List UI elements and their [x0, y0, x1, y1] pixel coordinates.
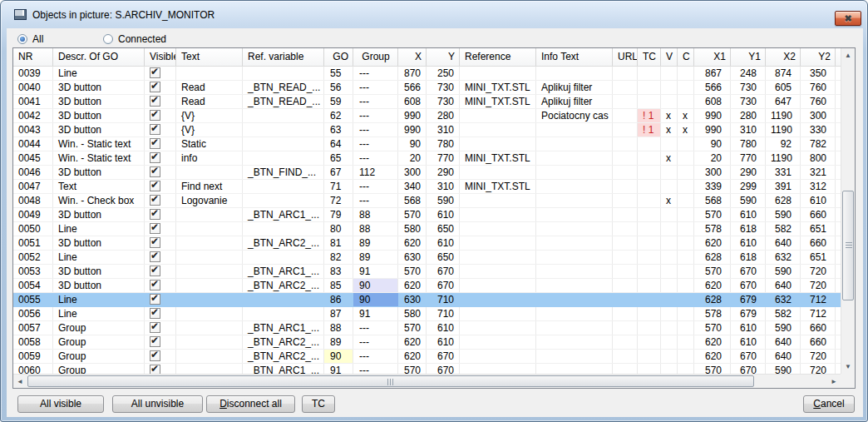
column-header-visible[interactable]: Visible	[145, 48, 176, 67]
cancel-button[interactable]: Cancel	[803, 395, 855, 413]
table-row[interactable]: 0060Group_BTN_ARC1_...91---5706705706705…	[13, 364, 841, 374]
cell-x: 620	[398, 236, 427, 250]
table-row[interactable]: 00403D buttonRead_BTN_READ_...56---56673…	[13, 81, 841, 95]
cell-ref: _BTN_ARC1_...	[243, 321, 324, 335]
visible-checkbox[interactable]	[150, 166, 160, 177]
cell-descr: Win. - Static text	[53, 137, 145, 151]
cell-y: 670	[427, 364, 460, 374]
column-header-tc[interactable]: TC	[638, 48, 661, 67]
table-row[interactable]: 00433D button{V}63---990310! 1xx99031011…	[13, 123, 841, 137]
visible-checkbox[interactable]	[150, 96, 160, 107]
column-header-reference[interactable]: Reference	[460, 48, 536, 67]
table-row[interactable]: 00513D button_BTN_ARC2_...81896206106206…	[13, 236, 841, 251]
table-row[interactable]: 00493D button_BTN_ARC1_...79885706105706…	[13, 208, 841, 222]
visible-checkbox[interactable]	[150, 266, 160, 276]
scroll-left-button[interactable]: ◄	[13, 375, 27, 388]
scroll-right-button[interactable]: ►	[827, 375, 841, 388]
visible-checkbox[interactable]	[150, 280, 160, 290]
cell-url	[613, 67, 638, 80]
table-row[interactable]: 0039Line55---870250867248874350	[13, 67, 841, 81]
cell-v	[661, 137, 678, 151]
table-row[interactable]: 00413D buttonRead_BTN_READ_...59---60873…	[13, 95, 841, 109]
column-header-text[interactable]: Text	[176, 48, 243, 67]
cell-c	[678, 335, 694, 349]
column-header-ref[interactable]: Ref. variable	[243, 48, 324, 67]
cell-text	[176, 307, 243, 320]
column-header-x2[interactable]: X2	[766, 48, 801, 67]
table-row[interactable]: 00543D button_BTN_ARC2_...85906206706206…	[13, 279, 841, 293]
table-row[interactable]: 0044Win. - Static textStatic64---9078090…	[13, 137, 841, 151]
table-row[interactable]: 00423D button{V}62---990280Pociatocny ca…	[13, 109, 841, 123]
vertical-scroll-thumb[interactable]	[842, 191, 854, 300]
radio-button-icon[interactable]	[103, 34, 113, 44]
table-row[interactable]: 0057Group_BTN_ARC1_...88---5706105706105…	[13, 321, 841, 335]
column-header-x[interactable]: X	[398, 48, 427, 67]
column-header-y[interactable]: Y	[427, 48, 460, 67]
table-row[interactable]: 0048Win. - Check boxLogovanie72---568590…	[13, 194, 841, 208]
visible-checkbox[interactable]	[150, 110, 160, 121]
all-visible-button[interactable]: All visible	[17, 395, 104, 413]
column-header-url[interactable]: URL	[613, 48, 638, 67]
cell-y1: 590	[731, 194, 766, 207]
cell-x2: 331	[766, 166, 801, 179]
visible-checkbox[interactable]	[150, 322, 160, 333]
cell-x: 990	[398, 123, 427, 137]
cell-ref	[243, 137, 324, 151]
horizontal-scrollbar[interactable]: ◄ ►	[13, 374, 841, 388]
visible-checkbox[interactable]	[150, 181, 160, 191]
visible-checkbox[interactable]	[150, 365, 160, 374]
vertical-scrollbar[interactable]: ▲ ▼	[841, 48, 855, 374]
cell-ref: _BTN_ARC1_...	[243, 265, 324, 278]
cell-descr: 3D button	[53, 279, 145, 292]
visible-checkbox[interactable]	[150, 350, 160, 361]
disconnect-all-button[interactable]: Disconnect all	[206, 395, 295, 413]
visible-checkbox[interactable]	[150, 82, 160, 92]
visible-checkbox[interactable]	[150, 223, 160, 234]
cell-group: ---	[353, 194, 398, 207]
table-row[interactable]: 00463D button_BTN_FIND_...67112300290300…	[13, 166, 841, 180]
column-header-descr[interactable]: Descr. Of GO	[53, 48, 145, 67]
radio-button-icon[interactable]	[17, 34, 27, 44]
cell-ref	[243, 293, 324, 306]
visible-checkbox[interactable]	[150, 138, 160, 149]
table-row[interactable]: 0050Line8088580650578618582651	[13, 222, 841, 236]
horizontal-scroll-thumb[interactable]	[27, 375, 754, 387]
scroll-up-button[interactable]: ▲	[841, 48, 855, 62]
all-unvisible-button[interactable]: All unvisible	[112, 395, 203, 413]
radio-connected[interactable]: Connected	[103, 32, 166, 45]
close-button[interactable]: ✖	[835, 11, 861, 26]
column-header-y2[interactable]: Y2	[801, 48, 836, 67]
visible-checkbox[interactable]	[150, 209, 160, 220]
column-header-x1[interactable]: X1	[694, 48, 731, 67]
table-row[interactable]: 0045Win. - Static textinfo65---20770MINI…	[13, 151, 841, 166]
tc-button[interactable]: TC	[302, 395, 335, 413]
table-row[interactable]: 0047TextFind next71---340310MINI_TXT.STL…	[13, 180, 841, 194]
visible-checkbox[interactable]	[150, 251, 160, 262]
table-row[interactable]: 0052Line8289630650628618632651	[13, 251, 841, 265]
cell-visible	[145, 166, 176, 179]
table-row[interactable]: 0055Line8690630710628679632712	[13, 293, 841, 307]
column-header-v[interactable]: V	[661, 48, 678, 67]
visible-checkbox[interactable]	[150, 152, 160, 163]
visible-checkbox[interactable]	[150, 237, 160, 248]
table-row[interactable]: 00533D button_BTN_ARC1_...83915706705706…	[13, 265, 841, 279]
table-row[interactable]: 0056Line8791580710578679582712	[13, 307, 841, 321]
scroll-down-button[interactable]: ▼	[841, 360, 855, 374]
column-header-c[interactable]: C	[678, 48, 694, 67]
visible-checkbox[interactable]	[150, 195, 160, 206]
column-header-group[interactable]: Group	[353, 48, 398, 67]
radio-all[interactable]: All	[17, 32, 43, 45]
visible-checkbox[interactable]	[150, 308, 160, 319]
visible-checkbox[interactable]	[150, 336, 160, 347]
cell-x1: 990	[694, 109, 731, 122]
visible-checkbox[interactable]	[150, 124, 160, 135]
visible-checkbox[interactable]	[150, 294, 160, 305]
visible-checkbox[interactable]	[150, 67, 160, 78]
column-header-y1[interactable]: Y1	[731, 48, 766, 67]
cell-visible	[145, 81, 176, 94]
table-row[interactable]: 0058Group_BTN_ARC2_...89---6206106206106…	[13, 335, 841, 350]
column-header-nr[interactable]: NR	[13, 48, 53, 67]
column-header-info[interactable]: Info Text	[536, 48, 613, 67]
table-row[interactable]: 0059Group_BTN_ARC2_...90---6206706206706…	[13, 350, 841, 364]
column-header-go[interactable]: GO	[324, 48, 353, 67]
